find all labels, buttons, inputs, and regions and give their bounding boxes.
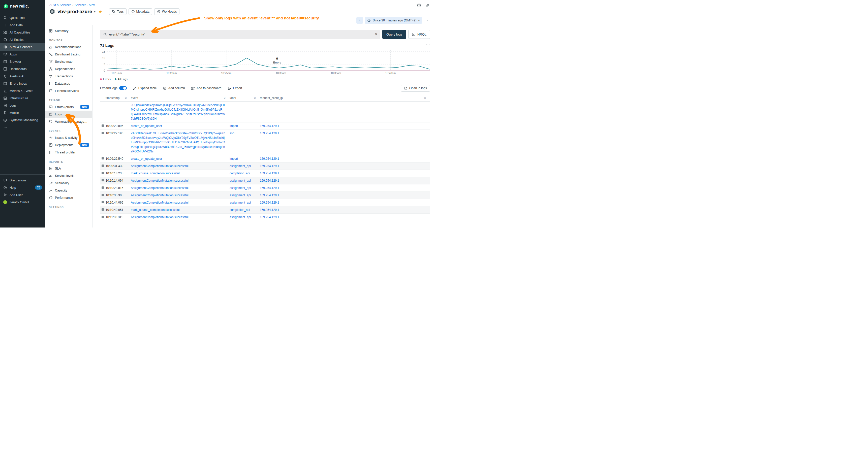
event-link[interactable]: AssignmentCompletionMutation successful [131, 186, 188, 190]
subnav-item-databases[interactable]: Databases [45, 80, 92, 87]
breadcrumb-services-apm[interactable]: Services - APM [74, 3, 95, 7]
breadcrumb-apm-services[interactable]: APM & Services [50, 3, 71, 7]
column-header-request-client-ip[interactable]: request_client_ip× [260, 96, 430, 100]
event-link[interactable]: AssignmentCompletionMutation successful [131, 216, 188, 219]
add-column-button[interactable]: Add column [163, 87, 185, 90]
row-marker[interactable] [101, 164, 104, 167]
ip-link[interactable]: 169.254.129.1 [260, 171, 279, 175]
ip-link[interactable]: 169.254.129.1 [260, 216, 279, 219]
label-link[interactable]: assignment_api [229, 186, 251, 190]
subnav-item-summary[interactable]: Summary [45, 27, 92, 34]
label-link[interactable]: sso [229, 131, 235, 135]
kebab-menu-icon[interactable] [426, 43, 430, 48]
table-row[interactable]: 10:10:14.094 AssignmentCompletionMutatio… [100, 177, 430, 185]
table-row[interactable]: 10:09:20.895 create_or_update_user impor… [100, 123, 430, 130]
sidebar-item-more[interactable] [0, 124, 45, 131]
event-link[interactable]: create_or_update_user [131, 124, 162, 128]
sidebar-item-apm-services[interactable]: APM & Services [0, 43, 45, 51]
event-link[interactable]: JUQVU&code=eyJraWQiOiJjcGltY29yZV8wOTl1M… [131, 103, 225, 121]
subnav-item-capacity[interactable]: Capacity [45, 187, 92, 194]
sidebar-item-dashboards[interactable]: Dashboards [0, 65, 45, 72]
event-link[interactable]: <ASGIRequest: GET '/sso/callback/?state=… [131, 131, 225, 153]
sidebar-item-all-entities[interactable]: All Entities [0, 36, 45, 43]
ip-link[interactable]: 169.254.129.1 [260, 131, 279, 135]
label-link[interactable]: import [229, 157, 238, 161]
ip-link[interactable]: 169.254.129.1 [260, 124, 279, 128]
subnav-item-thread-profiler[interactable]: Thread profiler [45, 149, 92, 156]
subnav-item-vulnerability-management[interactable]: Vulnerability Management [45, 118, 92, 125]
table-row[interactable]: 10:10:35.305 AssignmentCompletionMutatio… [100, 192, 430, 199]
log-query-input[interactable]: event:* -"label":"security" × [100, 30, 380, 39]
ip-link[interactable]: 169.254.129.1 [260, 201, 279, 204]
sidebar-item-metrics-events[interactable]: Metrics & Events [0, 87, 45, 95]
legend-errors[interactable]: Errors [100, 77, 111, 80]
sidebar-item-add-data[interactable]: Add Data [0, 22, 45, 29]
permalink-icon[interactable] [425, 3, 430, 7]
label-link[interactable]: assignment_api [229, 179, 251, 183]
open-in-logs-button[interactable]: Open in logs [401, 85, 430, 92]
time-back-button[interactable] [356, 17, 363, 24]
nrql-button[interactable]: NRQL [408, 30, 430, 39]
sidebar-item-all-capabilities[interactable]: All Capabilities [0, 29, 45, 36]
time-picker[interactable]: Since 30 minutes ago (GMT+2) ▾ [365, 17, 422, 24]
event-link[interactable]: mark_course_completion successful [131, 208, 180, 212]
sidebar-item-browser[interactable]: Browser [0, 58, 45, 65]
tags-button[interactable]: Tags [109, 8, 126, 15]
subnav-item-external-services[interactable]: External services [45, 87, 92, 95]
sidebar-item-quick-find[interactable]: Quick Find [0, 14, 45, 22]
subnav-item-errors-inbox[interactable]: Errors (errors inbox)New [45, 103, 92, 110]
label-link[interactable]: assignment_api [229, 194, 251, 197]
subnav-item-sla[interactable]: SLA [45, 165, 92, 172]
row-marker[interactable] [101, 201, 104, 203]
column-header-event[interactable]: event× [131, 96, 229, 100]
subnav-item-service-levels[interactable]: Service levels [45, 172, 92, 180]
event-link[interactable]: create_or_update_user [131, 157, 162, 161]
clear-query-icon[interactable]: × [375, 32, 377, 36]
label-link[interactable]: completion_api [229, 171, 250, 175]
subnav-item-distributed-tracing[interactable]: Distributed tracing [45, 51, 92, 58]
ip-link[interactable]: 169.254.129.1 [260, 208, 279, 212]
title-caret-down-icon[interactable]: ▾ [94, 10, 95, 13]
table-row[interactable]: 10:09:31.439 AssignmentCompletionMutatio… [100, 162, 430, 170]
subnav-item-transactions[interactable]: Transactions [45, 72, 92, 80]
sidebar-item-synthetic-monitoring[interactable]: Synthetic Monitoring [0, 117, 45, 124]
ip-link[interactable]: 169.254.129.1 [260, 186, 279, 190]
sidebar-item-organization[interactable]: Iterativ GmbH [0, 198, 45, 206]
subnav-item-logs[interactable]: Logs [45, 110, 92, 118]
sidebar-item-errors-inbox[interactable]: Errors Inbox [0, 80, 45, 87]
close-column-x-icon[interactable]: × [254, 97, 256, 100]
event-link[interactable]: AssignmentCompletionMutation successful [131, 194, 188, 197]
favorite-star-icon[interactable]: ★ [98, 9, 102, 14]
subnav-item-dependencies[interactable]: Dependencies [45, 65, 92, 72]
event-link[interactable]: AssignmentCompletionMutation successful [131, 201, 188, 204]
table-row[interactable]: 10:09:22.540 create_or_update_user impor… [100, 155, 430, 162]
sidebar-item-help[interactable]: Help70 [0, 184, 45, 191]
subnav-item-recommendations[interactable]: Recommendations [45, 43, 92, 51]
subnav-item-scalability[interactable]: Scalability [45, 180, 92, 187]
ip-link[interactable]: 169.254.129.1 [260, 164, 279, 168]
event-link[interactable]: mark_course_completion successful [131, 171, 180, 175]
time-forward-button[interactable] [424, 17, 431, 24]
table-row[interactable]: JUQVU&code=eyJraWQiOiJjcGltY29yZV8wOTl1M… [100, 101, 430, 123]
query-logs-button[interactable]: Query logs [382, 30, 406, 39]
help-circle-icon[interactable] [417, 3, 421, 7]
event-link[interactable]: AssignmentCompletionMutation successful [131, 179, 188, 183]
subnav-item-deployments[interactable]: DeploymentsNew [45, 141, 92, 149]
ip-link[interactable]: 169.254.129.1 [260, 179, 279, 183]
row-marker[interactable] [101, 157, 104, 160]
table-row[interactable]: 10:10:49.051 mark_course_completion succ… [100, 206, 430, 214]
label-link[interactable]: assignment_api [229, 164, 251, 168]
row-marker[interactable] [101, 194, 104, 196]
row-marker[interactable] [101, 216, 104, 218]
ip-link[interactable]: 169.254.129.1 [260, 194, 279, 197]
subnav-item-service-map[interactable]: Service map [45, 58, 92, 65]
workloads-button[interactable]: Workloads [154, 8, 180, 15]
close-column-x-icon[interactable]: × [223, 97, 225, 100]
table-row[interactable]: 10:10:44.066 AssignmentCompletionMutatio… [100, 199, 430, 206]
row-marker[interactable] [101, 172, 104, 174]
ip-link[interactable]: 169.254.129.1 [260, 157, 279, 161]
row-marker[interactable] [101, 125, 104, 127]
column-header-timestamp[interactable]: timestamp× [100, 96, 131, 100]
row-marker[interactable] [101, 187, 104, 189]
table-row[interactable]: 10:10:13.235 mark_course_completion succ… [100, 170, 430, 177]
